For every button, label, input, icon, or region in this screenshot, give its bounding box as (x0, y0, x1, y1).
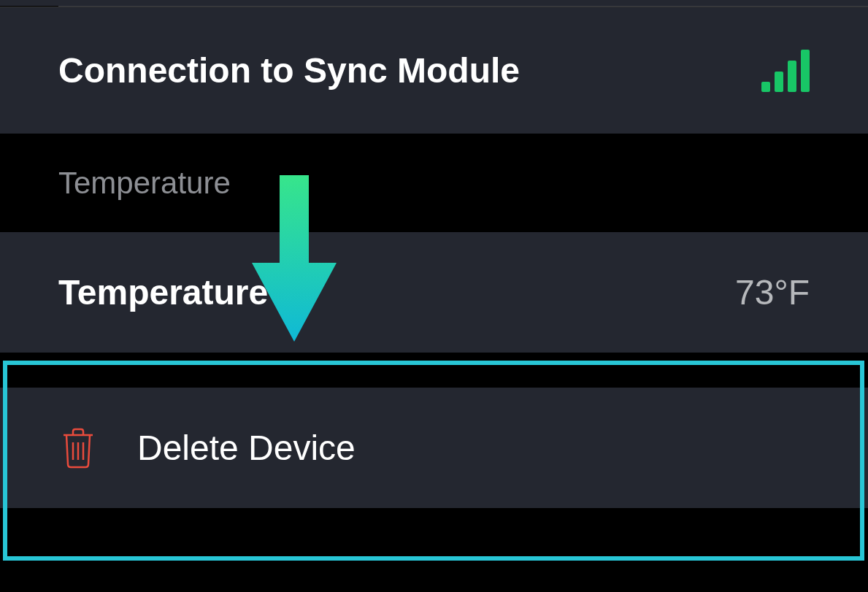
temperature-label: Temperature (58, 272, 268, 312)
temperature-section-label: Temperature (58, 166, 231, 201)
signal-strength-icon (761, 50, 810, 92)
delete-device-row[interactable]: Delete Device (0, 388, 868, 508)
delete-device-label: Delete Device (137, 428, 356, 468)
temperature-value: 73°F (735, 272, 810, 312)
trash-icon (60, 426, 96, 470)
connection-label: Connection to Sync Module (58, 50, 520, 91)
temperature-row[interactable]: Temperature 73°F (0, 232, 868, 353)
temperature-section-header: Temperature (0, 134, 868, 232)
connection-row[interactable]: Connection to Sync Module (0, 7, 868, 134)
